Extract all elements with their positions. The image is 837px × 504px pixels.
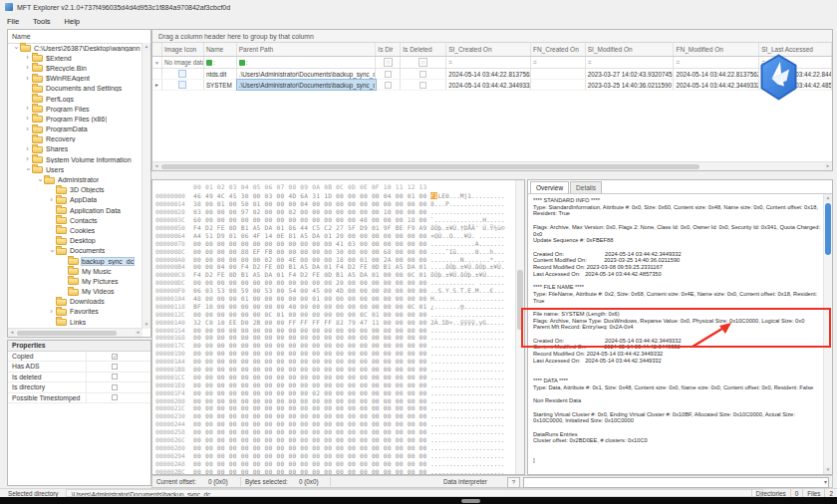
menu-help[interactable]: Help [58, 16, 87, 27]
tree-item[interactable]: My Pictures [8, 276, 142, 286]
expander-icon[interactable]: › [23, 54, 32, 62]
cell-si_modified[interactable]: 2023-03-27 14:02:43.9320745 [586, 69, 675, 79]
scroll-left-icon[interactable]: ◄ [152, 162, 160, 170]
tree-item[interactable]: ›C:\Users\26387\Desktop\wangann [8, 43, 142, 53]
column-header-parent_path[interactable]: Parent Path [237, 43, 377, 56]
tree-item[interactable]: Documents and Settings [8, 84, 142, 94]
column-header-fn_modified[interactable]: FN_Modified On [674, 43, 759, 56]
tree-item[interactable]: ›$Recycle.Bin [8, 63, 142, 73]
hex-row[interactable]: 000001B800 00 00 00 00 00 00 00 00 00 00… [152, 366, 516, 374]
tree-name-column-header[interactable]: Name [8, 30, 150, 44]
column-header-image_icon[interactable]: Image Icon [162, 43, 204, 56]
filter-fn_modified[interactable]: = [674, 57, 759, 68]
column-header-is_deleted[interactable]: Is Deleted [401, 43, 446, 56]
expander-icon[interactable]: › [23, 145, 32, 153]
column-header-is_dir[interactable]: Is Dir [376, 43, 401, 56]
tree-item[interactable]: Downloads [8, 297, 142, 307]
help-button[interactable]: ? [507, 477, 520, 488]
hex-row[interactable]: 000000C8F4 D2 FE 0D B1 A5 DA 01 F4 D2 FE… [152, 271, 516, 279]
tab-details[interactable]: Details [570, 181, 602, 193]
taskbar-handle[interactable] [461, 499, 480, 503]
hex-row[interactable]: 000001E000 00 00 00 00 00 00 00 00 00 00… [152, 380, 516, 388]
hex-row[interactable]: 00000118BF 10 00 00 00 00 00 00 40 00 00… [152, 302, 516, 310]
expander-icon[interactable]: › [47, 308, 56, 316]
column-header-name[interactable]: Name [204, 43, 237, 56]
expander-icon[interactable]: › [23, 75, 32, 83]
cell-si_created[interactable]: 2024-05-14 03:44:42.3449332 [446, 80, 531, 90]
hex-row[interactable]: 0000007800 00 00 00 00 00 00 00 00 00 00… [152, 239, 516, 247]
tree-item[interactable]: ›Shares [8, 144, 142, 154]
tree-item[interactable]: Recovery [8, 134, 142, 144]
hex-row[interactable]: 0000019000 00 00 00 00 00 00 00 00 00 00… [152, 350, 516, 358]
cell-is_dir[interactable] [376, 69, 401, 79]
tree-vertical-scrollbar[interactable]: ▲ ▼ [141, 43, 150, 329]
filter-parent_path[interactable]: : [237, 57, 377, 68]
hex-row[interactable]: 000000DC00 00 00 00 00 00 00 00 00 00 00… [152, 279, 516, 287]
hex-row[interactable]: 00000050F4 D2 FE 0D B1 A5 DA 01 86 44 C5… [152, 224, 516, 232]
cell-si_created[interactable]: 2024-05-14 03:44:22.8137562 [446, 69, 531, 79]
expander-icon[interactable]: › [36, 175, 44, 184]
hex-row[interactable]: 000001F400 00 00 00 00 00 00 00 00 00 02… [152, 388, 516, 396]
scrollbar-thumb[interactable] [17, 331, 117, 336]
column-header-si_modified[interactable]: SI_Modified On [586, 43, 675, 56]
expander-icon[interactable]: › [23, 155, 32, 163]
grid-horizontal-scrollbar[interactable]: ◄ ► [152, 161, 832, 170]
cell-fn_modified[interactable]: 2024-05-14 03:44:22.8137562 [674, 69, 759, 79]
tree-item[interactable]: ›Program Files (x86) [8, 114, 142, 124]
tree-item[interactable]: Application Data [8, 205, 142, 215]
tree-item[interactable]: ›Program Files [8, 104, 142, 114]
tree-item[interactable]: ›Documents [8, 246, 142, 256]
cell-is_dir[interactable] [376, 80, 401, 90]
hex-row[interactable]: 000000F006 03 53 00 59 00 53 00 54 00 45… [152, 287, 516, 295]
tree-item[interactable]: ›Administrator [8, 174, 142, 184]
hex-row[interactable]: 0000028000 00 00 00 00 00 00 00 00 00 00… [152, 444, 516, 452]
scroll-right-icon[interactable]: ► [135, 329, 142, 337]
filter-is_deleted[interactable] [401, 57, 446, 68]
hex-row[interactable]: 0000014032 C0 10 EE D0 2B 00 00 FF FF FF… [152, 318, 516, 326]
expander-icon[interactable]: › [23, 115, 32, 123]
bird-badge-icon[interactable] [758, 54, 799, 101]
cell-parent_path[interactable]: .\Users\Administrator\Documents\backup_s… [237, 69, 377, 79]
hex-row[interactable]: 000000B400 00 04 00 F4 D2 FE 0D B1 A5 DA… [152, 263, 516, 271]
cell-is_deleted[interactable] [401, 80, 446, 90]
menu-file[interactable]: File [0, 16, 26, 27]
tree-item[interactable]: ›Favorites [8, 307, 142, 317]
hex-row[interactable]: 0000020800 00 00 00 00 00 00 00 00 00 00… [152, 396, 516, 404]
tab-overview[interactable]: Overview [530, 181, 569, 193]
filter-is_dir[interactable] [376, 57, 401, 68]
data-interpreter-combobox[interactable] [523, 477, 829, 488]
group-by-bar[interactable]: Drag a column header here to group by th… [152, 30, 832, 43]
expander-icon[interactable]: › [48, 246, 56, 255]
scroll-up-icon[interactable]: ▲ [824, 194, 832, 202]
hex-row[interactable]: 000001CC00 00 00 00 00 00 00 00 00 00 00… [152, 373, 516, 380]
tree-item[interactable]: backup_sync_dc [8, 256, 142, 266]
hex-row[interactable]: 0000016800 00 00 00 00 00 00 00 00 00 00… [152, 334, 516, 342]
scroll-right-icon[interactable]: ► [824, 162, 832, 170]
hex-row[interactable]: 0000008C00 00 00 00 88 EF FB 00 00 00 00… [152, 247, 516, 255]
hex-viewer-panel[interactable]: 00 01 02 03 04 05 06 07 08 09 0A 0B 0C 0… [151, 179, 525, 475]
tree-item[interactable]: Desktop [8, 236, 142, 246]
cell-fn_created[interactable] [531, 69, 586, 79]
hex-row[interactable]: 0000003C60 00 00 00 00 00 00 00 00 00 00… [152, 216, 516, 224]
scroll-left-icon[interactable]: ◄ [8, 329, 16, 337]
filter-name[interactable]: : [204, 57, 237, 68]
filter-image_icon[interactable]: No image data [162, 57, 204, 68]
tree-item[interactable]: ›$WinREAgent [8, 74, 142, 84]
scroll-down-icon[interactable]: ▼ [142, 321, 150, 329]
cell-image_icon[interactable] [162, 80, 204, 90]
tree-item[interactable]: Contacts [8, 215, 142, 225]
table-row[interactable]: ntds.dit.\Users\Administrator\Documents\… [152, 69, 832, 80]
scroll-down-icon[interactable]: ▼ [824, 466, 832, 474]
table-row[interactable]: ▸SYSTEM.\Users\Administrator\Documents\b… [152, 80, 832, 91]
hex-row[interactable]: 0000015400 00 00 00 00 00 00 00 00 00 00… [152, 326, 516, 334]
scrollbar-thumb[interactable] [825, 203, 831, 255]
hex-row[interactable]: 000001A400 00 00 00 00 00 00 00 00 00 00… [152, 358, 516, 366]
tree-body[interactable]: ›C:\Users\26387\Desktop\wangann›$Extend›… [8, 43, 142, 329]
tree-item[interactable]: PerfLogs [8, 94, 142, 104]
scrollbar-thumb[interactable] [161, 164, 699, 169]
hex-row[interactable]: 000002BC00 00 00 00 00 00 00 00 00 00 00… [152, 467, 516, 474]
tree-item[interactable]: My Music [8, 266, 142, 276]
hex-row[interactable]: 00000064A4 51 D9 01 06 4F 14 0E 81 A5 DA… [152, 231, 516, 239]
menu-tools[interactable]: Tools [26, 16, 58, 27]
tree-item[interactable]: ›AppData [8, 195, 142, 205]
